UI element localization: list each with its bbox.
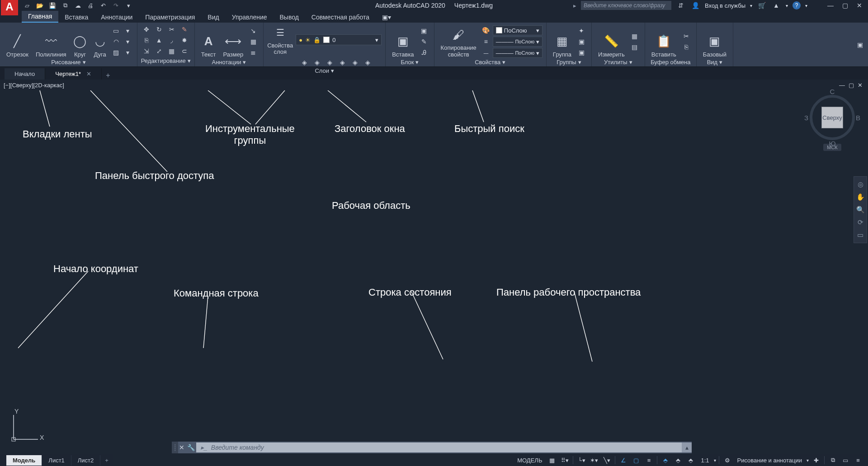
new-icon[interactable]: ▱ xyxy=(23,1,32,10)
qat-dropdown-icon[interactable]: ▾ xyxy=(124,1,133,10)
isolate-icon[interactable]: ▭ xyxy=(840,455,851,465)
hardware-icon[interactable]: ⧉ xyxy=(827,455,838,465)
showme-icon[interactable]: ▭ xyxy=(855,230,865,240)
layer-tool-icon[interactable]: ◈ xyxy=(299,57,310,67)
select-icon[interactable]: ▦ xyxy=(629,31,640,41)
signin-link[interactable]: Вход в службы xyxy=(705,2,745,9)
viewcube-ring[interactable]: С З В Ю Сверху xyxy=(810,95,855,140)
connect-icon[interactable]: ⇵ xyxy=(676,0,686,10)
layout-tab-model[interactable]: Модель xyxy=(6,455,42,466)
panel-annotate-label[interactable]: Аннотации xyxy=(212,59,241,66)
tab-output[interactable]: Вывод xyxy=(274,12,305,23)
panel-modify-label[interactable]: Редактирование xyxy=(141,57,186,64)
cmd-grip-icon[interactable]: ┊ xyxy=(172,442,178,453)
signin-dropdown-icon[interactable]: ▾ xyxy=(750,3,752,8)
layer-tool-icon[interactable]: ◈ xyxy=(311,57,322,67)
circle-button[interactable]: ◯Круг xyxy=(71,24,89,59)
tab-featured-icon[interactable]: ▣▾ xyxy=(376,12,397,23)
sb-scale[interactable]: 1:1 xyxy=(698,457,712,464)
tab-manage[interactable]: Управление xyxy=(226,12,274,23)
rotate-icon[interactable]: ↻ xyxy=(154,24,165,34)
cut-icon[interactable]: ✂ xyxy=(681,31,692,41)
open-icon[interactable]: 📂 xyxy=(35,1,44,10)
polyline-button[interactable]: 〰Полилиния xyxy=(33,24,69,59)
layer-tool-icon[interactable]: ◈ xyxy=(362,57,373,67)
stretch-icon[interactable]: ⇲ xyxy=(141,46,152,56)
copy-clip-icon[interactable]: ⎘ xyxy=(681,42,692,52)
search-arrow-icon[interactable]: ▸ xyxy=(573,2,576,9)
viewcube-s[interactable]: Ю xyxy=(829,140,835,147)
orbit-icon[interactable]: ⟳ xyxy=(855,217,865,227)
layout-add-button[interactable]: + xyxy=(100,455,113,466)
expand-icon[interactable]: ▾ xyxy=(83,59,86,66)
panel-groups-label[interactable]: Группы xyxy=(557,59,576,66)
sb-workspace[interactable]: Рисование и аннотации xyxy=(735,457,805,464)
isodraft-icon[interactable]: ╲▾ xyxy=(601,455,612,465)
expand-icon[interactable]: ▾ xyxy=(188,57,191,64)
tab-collab[interactable]: Совместная работа xyxy=(305,12,376,23)
layer-props-button[interactable]: ☰ Свойства слоя xyxy=(267,24,293,56)
viewcube[interactable]: С З В Ю Сверху МСК xyxy=(807,95,857,163)
tab-parametric[interactable]: Параметризация xyxy=(139,12,201,23)
grid-style-icon[interactable]: ⠿▾ xyxy=(559,455,570,465)
array-icon[interactable]: ▦ xyxy=(166,46,177,56)
group-button[interactable]: ▦Группа xyxy=(550,24,574,59)
dim-button[interactable]: ⟷Размер xyxy=(221,24,246,59)
vp-close-icon[interactable]: ✕ xyxy=(858,82,863,89)
app-store-icon[interactable]: ▲ xyxy=(771,0,781,10)
cart-icon[interactable]: 🛒 xyxy=(757,0,767,10)
customize-icon[interactable]: ≡ xyxy=(853,455,863,465)
expand-icon[interactable]: ▾ xyxy=(331,67,334,74)
help-dropdown-icon[interactable]: ▾ xyxy=(805,3,807,8)
text-button[interactable]: AТекст xyxy=(198,24,219,59)
panel-layers-label[interactable]: Слои xyxy=(315,67,329,74)
tab-annotate[interactable]: Аннотации xyxy=(94,12,139,23)
viewcube-face[interactable]: Сверху xyxy=(821,107,843,128)
wheel-icon[interactable]: ◎ xyxy=(855,179,865,189)
copy-icon[interactable]: ⎘ xyxy=(141,35,152,45)
help-icon[interactable]: ? xyxy=(793,1,801,9)
viewcube-n[interactable]: С xyxy=(830,88,835,95)
lock-ui-icon[interactable]: ✚ xyxy=(811,455,821,465)
fillet-icon[interactable]: ◞ xyxy=(166,35,177,45)
erase-icon[interactable]: ✎ xyxy=(179,24,190,34)
save-icon[interactable]: 💾 xyxy=(48,1,57,10)
expand-icon[interactable]: ▾ xyxy=(502,59,505,66)
expand-icon[interactable]: ▾ xyxy=(578,59,581,66)
measure-button[interactable]: 📏Измерить xyxy=(595,24,627,59)
group-select-icon[interactable]: ▣ xyxy=(576,47,587,57)
layout-tab-2[interactable]: Лист2 xyxy=(71,455,100,466)
table-icon[interactable]: ▦ xyxy=(248,37,259,47)
close-icon[interactable]: ✕ xyxy=(854,0,864,10)
vp-minimize-icon[interactable]: — xyxy=(839,82,845,89)
annoscale-icon[interactable]: ⬘ xyxy=(660,455,671,465)
linetype-dropdown[interactable]: ———ПоСлою▾ xyxy=(493,48,542,58)
d2-dropdown[interactable]: ▾ xyxy=(123,37,133,47)
lineweight-icon[interactable]: ≡ xyxy=(481,37,491,47)
vp-restore-icon[interactable]: ▢ xyxy=(849,82,854,89)
explode-icon[interactable]: ✸ xyxy=(179,35,190,45)
drawing-area[interactable]: С З В Ю Сверху МСК ◎ ✋ 🔍 ⟳ ▭ Y X xyxy=(0,90,868,466)
user-icon[interactable]: 👤 xyxy=(690,0,700,10)
mirror-icon[interactable]: ▲ xyxy=(154,35,165,45)
lineweight-dropdown[interactable]: ———ПоСлою▾ xyxy=(493,37,542,47)
snap-icon[interactable]: ▢ xyxy=(631,455,642,465)
d1-dropdown[interactable]: ▾ xyxy=(123,26,133,36)
file-tab-start[interactable]: Начало xyxy=(5,68,45,80)
base-button[interactable]: ▣Базовый xyxy=(700,24,729,59)
grid-icon[interactable]: ▦ xyxy=(547,455,557,465)
expand-icon[interactable]: ▾ xyxy=(629,59,632,66)
undo-icon[interactable]: ↶ xyxy=(99,1,108,10)
app-menu-button[interactable]: A xyxy=(1,0,18,15)
share-dropdown-icon[interactable]: ▾ xyxy=(786,3,788,8)
arc-button[interactable]: ◡Дуга xyxy=(91,24,108,59)
move-icon[interactable]: ✥ xyxy=(141,24,152,34)
ellipse-icon[interactable]: ◠ xyxy=(111,37,122,47)
insert-button[interactable]: ▣Вставка xyxy=(389,24,416,59)
gear-icon[interactable]: ⚙ xyxy=(722,455,733,465)
ortho-icon[interactable]: └▾ xyxy=(576,455,587,465)
osnap-icon[interactable]: ∠ xyxy=(618,455,629,465)
attr-icon[interactable]: Ꭿ xyxy=(419,47,429,57)
trim-icon[interactable]: ✂ xyxy=(166,24,177,34)
panel-draw-label[interactable]: Рисование xyxy=(51,59,80,66)
